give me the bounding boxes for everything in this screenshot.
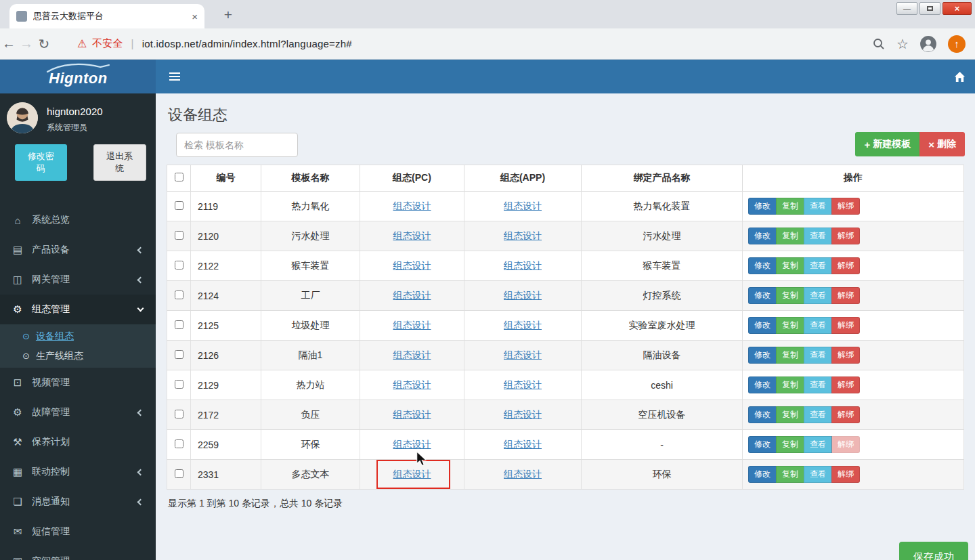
pc-design-link[interactable]: 组态设计: [393, 409, 431, 420]
zoom-icon[interactable]: [872, 37, 886, 51]
sidebar-item-scada[interactable]: ⚙组态管理: [0, 295, 156, 324]
sidebar-item-maintenance[interactable]: ⚒保养计划: [0, 427, 156, 457]
sidebar-toggle-button[interactable]: [161, 60, 188, 93]
copy-button[interactable]: 复制: [776, 347, 804, 364]
sidebar-item-gateway[interactable]: ◫网关管理: [0, 265, 156, 295]
unbind-button[interactable]: 解绑: [831, 466, 860, 483]
app-design-link[interactable]: 组态设计: [504, 260, 542, 271]
pc-design-link[interactable]: 组态设计: [393, 230, 431, 241]
row-checkbox[interactable]: [175, 410, 183, 418]
sidebar-subitem-line-scada[interactable]: ⊙生产线组态: [0, 346, 156, 366]
edit-button[interactable]: 修改: [748, 198, 777, 215]
unbind-button[interactable]: 解绑: [831, 436, 860, 453]
sidebar-item-sms[interactable]: ✉短信管理: [0, 517, 156, 546]
copy-button[interactable]: 复制: [776, 257, 804, 274]
pc-design-link[interactable]: 组态设计: [393, 320, 431, 330]
edit-button[interactable]: 修改: [748, 466, 777, 483]
app-design-link[interactable]: 组态设计: [504, 320, 542, 330]
new-template-button[interactable]: +新建模板: [855, 132, 919, 156]
unbind-button[interactable]: 解绑: [831, 317, 860, 334]
sidebar-item-fault[interactable]: ⚙故障管理: [0, 397, 156, 427]
app-design-link[interactable]: 组态设计: [504, 379, 542, 390]
pc-design-link[interactable]: 组态设计: [393, 349, 431, 360]
view-button[interactable]: 查看: [804, 347, 832, 364]
row-checkbox[interactable]: [175, 320, 183, 329]
pc-design-link[interactable]: 组态设计: [393, 469, 431, 479]
pc-design-link[interactable]: 组态设计: [393, 439, 431, 450]
back-icon[interactable]: ←: [0, 36, 18, 51]
edit-button[interactable]: 修改: [748, 317, 777, 334]
app-design-link[interactable]: 组态设计: [504, 200, 542, 211]
view-button[interactable]: 查看: [804, 317, 832, 334]
sidebar-item-video[interactable]: ⊡视频管理: [0, 368, 156, 397]
copy-button[interactable]: 复制: [776, 376, 804, 393]
view-button[interactable]: 查看: [804, 436, 832, 453]
profile-avatar-icon[interactable]: [919, 35, 937, 53]
row-checkbox[interactable]: [175, 380, 183, 389]
home-nav-icon[interactable]: [953, 70, 966, 83]
copy-button[interactable]: 复制: [776, 466, 804, 483]
copy-button[interactable]: 复制: [776, 287, 804, 304]
unbind-button[interactable]: 解绑: [831, 406, 860, 423]
window-restore-button[interactable]: [919, 2, 940, 15]
row-checkbox[interactable]: [175, 290, 183, 299]
copy-button[interactable]: 复制: [776, 198, 804, 215]
row-checkbox[interactable]: [175, 469, 183, 478]
edit-button[interactable]: 修改: [748, 287, 777, 304]
view-button[interactable]: 查看: [804, 257, 832, 274]
select-all-checkbox[interactable]: [175, 173, 183, 181]
window-close-button[interactable]: ×: [942, 2, 972, 15]
forward-icon[interactable]: →: [18, 36, 35, 51]
pc-design-link[interactable]: 组态设计: [393, 290, 431, 301]
row-checkbox[interactable]: [175, 439, 183, 448]
sidebar-item-message[interactable]: ❏消息通知: [0, 487, 156, 517]
tab-close-icon[interactable]: ×: [192, 11, 198, 22]
unbind-button[interactable]: 解绑: [831, 257, 860, 274]
app-design-link[interactable]: 组态设计: [504, 349, 542, 360]
view-button[interactable]: 查看: [804, 406, 832, 423]
bookmark-star-icon[interactable]: ☆: [896, 36, 909, 52]
address-bar[interactable]: ⚠ 不安全 | iot.idosp.net/admin/index.html?l…: [77, 37, 352, 51]
edit-button[interactable]: 修改: [748, 228, 777, 244]
view-button[interactable]: 查看: [804, 466, 832, 483]
copy-button[interactable]: 复制: [776, 436, 804, 453]
url-text[interactable]: iot.idosp.net/admin/index.html?language=…: [142, 38, 352, 49]
pc-design-link[interactable]: 组态设计: [393, 260, 431, 271]
logout-button[interactable]: 退出系统: [93, 144, 147, 181]
unbind-button[interactable]: 解绑: [831, 228, 860, 244]
edit-button[interactable]: 修改: [748, 406, 777, 423]
browser-tab[interactable]: 思普云大数据平台 ×: [9, 4, 204, 28]
sidebar-item-products[interactable]: ▤产品设备: [0, 235, 156, 265]
edit-button[interactable]: 修改: [748, 347, 777, 364]
browser-update-icon[interactable]: ↑: [948, 35, 966, 53]
edit-button[interactable]: 修改: [748, 257, 777, 274]
unbind-button[interactable]: 解绑: [831, 198, 860, 215]
unbind-button[interactable]: 解绑: [831, 287, 860, 304]
row-checkbox[interactable]: [175, 350, 183, 359]
view-button[interactable]: 查看: [804, 198, 832, 215]
row-checkbox[interactable]: [175, 261, 183, 270]
view-button[interactable]: 查看: [804, 376, 832, 393]
app-design-link[interactable]: 组态设计: [504, 469, 542, 479]
delete-button[interactable]: ×删除: [919, 132, 965, 156]
app-design-link[interactable]: 组态设计: [504, 409, 542, 420]
reload-icon[interactable]: ↻: [35, 36, 53, 52]
row-checkbox[interactable]: [175, 231, 183, 240]
view-button[interactable]: 查看: [804, 287, 832, 304]
unbind-button[interactable]: 解绑: [831, 376, 860, 393]
app-design-link[interactable]: 组态设计: [504, 290, 542, 301]
pc-design-link[interactable]: 组态设计: [393, 379, 431, 390]
sidebar-item-space[interactable]: ▣空间管理: [0, 546, 156, 560]
new-tab-button[interactable]: +: [219, 6, 237, 24]
sidebar-subitem-device-scada[interactable]: ⊙设备组态: [0, 326, 156, 346]
window-minimize-button[interactable]: —: [896, 2, 917, 15]
app-design-link[interactable]: 组态设计: [504, 230, 542, 241]
pc-design-link[interactable]: 组态设计: [393, 200, 431, 211]
unbind-button[interactable]: 解绑: [831, 347, 860, 364]
copy-button[interactable]: 复制: [776, 317, 804, 334]
app-design-link[interactable]: 组态设计: [504, 439, 542, 450]
copy-button[interactable]: 复制: [776, 228, 804, 244]
row-checkbox[interactable]: [175, 201, 183, 210]
view-button[interactable]: 查看: [804, 228, 832, 244]
edit-button[interactable]: 修改: [748, 376, 777, 393]
